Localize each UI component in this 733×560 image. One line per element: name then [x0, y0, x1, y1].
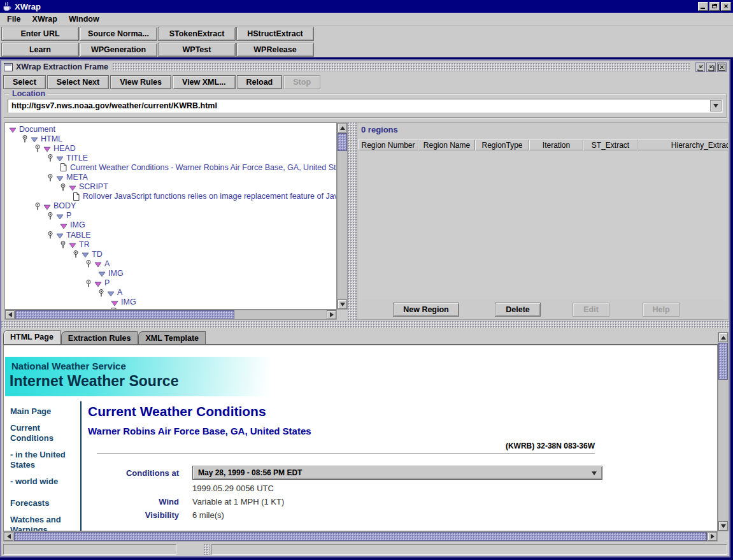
sidebar-item-watches-and-warnings[interactable]: Watches and Warnings — [10, 515, 79, 531]
scroll-left-icon[interactable] — [4, 532, 13, 541]
tree-node-label: TR — [79, 240, 90, 249]
tree-element-node[interactable]: IMG — [5, 268, 336, 278]
tree-element-node[interactable]: TABLE — [5, 230, 336, 240]
toolbar-button-wpgeneration[interactable]: WPGeneration — [80, 43, 157, 57]
conditions-select[interactable]: May 28, 1999 - 08:56 PM EDT — [192, 466, 602, 480]
close-button[interactable]: ✕ — [721, 2, 731, 11]
frame-minimize-icon[interactable] — [695, 62, 705, 72]
url-dropdown-icon[interactable] — [710, 100, 722, 111]
menu-file[interactable]: File — [1, 13, 27, 25]
toolbar-row-1: Enter URLSource Norma...STokenExtractHSt… — [0, 25, 733, 41]
tree-element-node[interactable]: TR — [5, 240, 336, 249]
toolbar-button-source-norma-[interactable]: Source Norma... — [80, 27, 157, 41]
url-combobox[interactable]: http://tgsv7.nws.noaa.gov/weather/curren… — [8, 99, 723, 113]
scroll-right-icon[interactable] — [708, 532, 717, 541]
tab-html-page[interactable]: HTML Page — [3, 330, 60, 345]
tree-expand-handle-icon[interactable] — [60, 240, 66, 248]
tree-element-node[interactable]: META — [5, 172, 336, 182]
split-divider-horizontal[interactable] — [1, 321, 729, 328]
tree-expand-handle-icon[interactable] — [47, 154, 53, 162]
tree-element-node[interactable]: A — [5, 259, 336, 268]
minimize-button[interactable] — [698, 2, 708, 11]
tree-element-node[interactable]: IMG — [5, 220, 336, 230]
sidebar-item-main-page[interactable]: Main Page — [10, 406, 79, 417]
tree-expand-handle-icon[interactable] — [34, 202, 41, 210]
scroll-down-icon[interactable] — [338, 299, 347, 309]
url-value[interactable]: http://tgsv7.nws.noaa.gov/weather/curren… — [11, 101, 707, 110]
tree-text-node[interactable]: Current Weather Conditions - Warner Robi… — [5, 162, 336, 172]
tree-element-node[interactable]: P — [5, 278, 336, 288]
tree-expand-handle-icon[interactable] — [47, 212, 53, 220]
tree-element-node[interactable]: BODY — [5, 201, 336, 211]
menu-window[interactable]: Window — [63, 13, 105, 25]
page-vertical-scrollbar[interactable] — [718, 332, 729, 531]
toolbar-button-wprelease[interactable]: WPRelease — [236, 43, 314, 57]
tree-hscroll-thumb[interactable] — [15, 310, 234, 319]
column-header-regiontype[interactable]: RegionType — [475, 140, 529, 150]
page-hscroll-thumb[interactable] — [14, 532, 707, 541]
tree-element-node[interactable]: P — [5, 211, 336, 220]
toolbar-button-enter-url[interactable]: Enter URL — [1, 27, 79, 41]
tree-horizontal-scrollbar[interactable] — [4, 310, 337, 320]
tree-element-node[interactable]: SCRIPT — [5, 182, 336, 192]
delete-button[interactable]: Delete — [495, 303, 541, 317]
tree-element-node[interactable]: HEAD — [5, 143, 336, 153]
tree-expand-handle-icon[interactable] — [60, 183, 66, 191]
tree-expand-handle-icon[interactable] — [34, 144, 41, 152]
tree-element-node[interactable]: TD — [5, 249, 336, 259]
status-grip[interactable] — [204, 544, 210, 555]
view-xml--button[interactable]: View XML... — [173, 75, 236, 89]
tree-expand-handle-icon[interactable] — [22, 134, 28, 143]
reload-button[interactable]: Reload — [237, 75, 283, 89]
dom-tree[interactable]: DocumentHTMLHEADTITLECurrent Weather Con… — [4, 122, 337, 310]
menu-xwrap[interactable]: XWrap — [27, 13, 63, 25]
tab-xml-template[interactable]: XML Template — [138, 331, 206, 345]
tree-element-node[interactable]: TITLE — [5, 153, 336, 162]
column-header-region-name[interactable]: Region Name — [418, 140, 475, 150]
column-header-iteration[interactable]: Iteration — [529, 140, 583, 150]
sidebar-item-current-conditions[interactable]: Current Conditions — [10, 423, 79, 443]
select-button[interactable]: Select — [3, 75, 46, 89]
toolbar-button-learn[interactable]: Learn — [1, 43, 79, 57]
page-vscroll-thumb[interactable] — [718, 343, 728, 380]
new-region-button[interactable]: New Region — [393, 303, 459, 317]
column-header-hierarchy-extract[interactable]: Hierarchy_Extract — [637, 140, 729, 150]
sidebar-item--in-the-united-states[interactable]: - in the United States — [10, 450, 79, 470]
tree-expand-handle-icon[interactable] — [85, 279, 92, 287]
tree-expand-handle-icon[interactable] — [73, 250, 79, 258]
tab-extraction-rules[interactable]: Extraction Rules — [61, 331, 138, 345]
region-table-body[interactable] — [358, 150, 727, 300]
column-header-st-extract[interactable]: ST_Extract — [583, 140, 637, 150]
scroll-up-icon[interactable] — [718, 333, 728, 342]
tree-element-node[interactable]: A — [5, 288, 336, 298]
split-divider-vertical[interactable] — [348, 122, 357, 320]
sidebar-item-forecasts[interactable]: Forecasts — [10, 498, 79, 508]
view-rules-button[interactable]: View Rules — [110, 75, 171, 89]
scroll-up-icon[interactable] — [338, 123, 347, 133]
tree-expand-handle-icon[interactable] — [98, 289, 104, 297]
frame-close-icon[interactable] — [717, 62, 727, 72]
scroll-down-icon[interactable] — [718, 521, 728, 531]
sidebar-item--world-wide[interactable]: - world wide — [10, 477, 79, 487]
toolbar-button-hstructextract[interactable]: HStructExtract — [236, 27, 314, 41]
select-next-button[interactable]: Select Next — [47, 75, 109, 89]
tree-expand-handle-icon[interactable] — [47, 173, 53, 182]
frame-restore-icon[interactable] — [706, 62, 716, 72]
toolbar-button-wptest[interactable]: WPTest — [158, 43, 236, 57]
tree-text-node[interactable]: Rollover JavaScript functions relies on … — [5, 192, 336, 201]
column-header-region-number[interactable]: Region Number — [358, 140, 418, 150]
tree-element-node[interactable]: HTML — [5, 134, 336, 143]
tree-element-node[interactable]: Document — [5, 124, 336, 134]
tree-element-node[interactable]: IMG — [5, 298, 336, 307]
page-horizontal-scrollbar[interactable] — [3, 531, 718, 542]
restore-button[interactable] — [709, 2, 720, 11]
window-titlebar[interactable]: XWrap ✕ — [0, 0, 733, 13]
tree-vertical-scrollbar[interactable] — [337, 122, 348, 310]
tree-expand-handle-icon[interactable] — [47, 231, 53, 239]
tree-vscroll-thumb[interactable] — [338, 133, 347, 151]
frame-titlebar[interactable]: XWrap Extraction Frame — [1, 61, 729, 73]
toolbar-button-stokenextract[interactable]: STokenExtract — [158, 27, 236, 41]
scroll-right-icon[interactable] — [327, 310, 336, 319]
tree-expand-handle-icon[interactable] — [85, 259, 92, 268]
scroll-left-icon[interactable] — [5, 310, 15, 319]
